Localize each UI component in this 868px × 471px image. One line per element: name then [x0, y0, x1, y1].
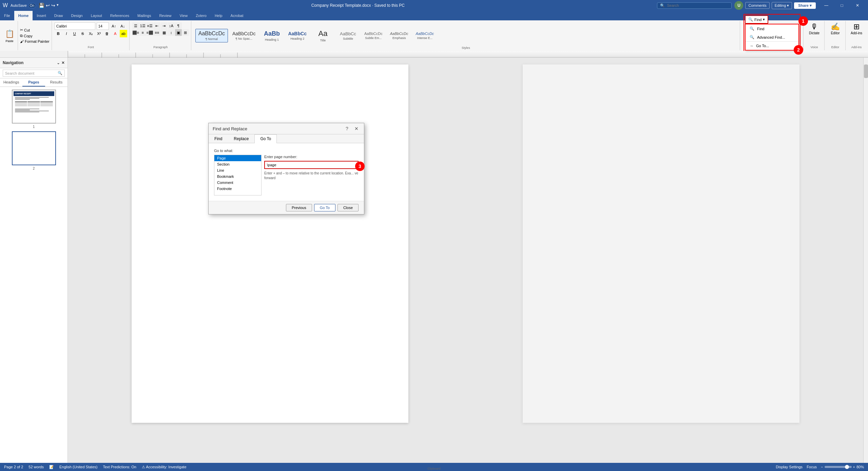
goto-item-comment[interactable]: Comment — [214, 180, 261, 186]
tab-layout[interactable]: Layout — [87, 11, 106, 20]
style-subtle-em[interactable]: AaBbCcDc Subtle Em... — [361, 30, 386, 41]
shading-btn[interactable]: ▣ — [175, 29, 182, 36]
share-button[interactable]: Share ▾ — [794, 2, 816, 9]
focus-btn[interactable]: Focus — [807, 465, 817, 469]
superscript-btn[interactable]: X² — [95, 30, 103, 37]
highlight-btn[interactable]: ab — [120, 30, 127, 37]
dialog-tab-goto[interactable]: Go To — [254, 134, 277, 143]
display-settings-btn[interactable]: Display Settings — [776, 465, 803, 469]
addins-btn[interactable]: ⊞ Add-ins — [851, 22, 862, 35]
zoom-out-btn[interactable]: − — [821, 465, 823, 469]
nav-tab-results[interactable]: Results — [45, 78, 67, 87]
close-btn[interactable]: ✕ — [850, 0, 865, 11]
align-left-btn[interactable]: ⬛≡ — [132, 29, 139, 36]
page-thumb-1[interactable]: COMPANY RECEIPT — [3, 90, 65, 129]
style-intense-em[interactable]: AaBbCcDc Intense E... — [413, 30, 437, 41]
minimize-btn[interactable]: — — [818, 0, 834, 11]
goto-item-bookmark[interactable]: Bookmark — [214, 173, 261, 180]
goto-btn[interactable]: Go To — [314, 204, 335, 211]
font-name-selector[interactable] — [55, 22, 95, 30]
align-center-btn[interactable]: ≡ — [139, 29, 146, 36]
goto-item-footnote[interactable]: Footnote — [214, 186, 261, 192]
tab-mailings[interactable]: Mailings — [133, 11, 155, 20]
scroll-thumb[interactable] — [864, 64, 868, 78]
search-input-titlebar[interactable] — [667, 3, 721, 7]
line-spacing-btn[interactable]: ↕ — [168, 29, 175, 36]
italic-btn[interactable]: I — [63, 30, 70, 37]
copy-btn[interactable]: ⧉ Copy — [19, 33, 50, 38]
maximize-btn[interactable]: □ — [834, 0, 850, 11]
find-menu-advanced[interactable]: 🔍 Advanced Find... — [746, 33, 798, 41]
dictate-btn[interactable]: 🎙 Dictate — [809, 22, 819, 35]
cut-btn[interactable]: ✂ Cut — [19, 27, 50, 33]
find-menu-goto[interactable]: → Go To... — [746, 41, 798, 50]
paste-icon[interactable]: 📋 — [4, 29, 15, 39]
undo-btn[interactable]: ↩ — [46, 3, 50, 8]
borders-btn[interactable]: ⊞ — [182, 29, 189, 36]
goto-item-line[interactable]: Line — [214, 167, 261, 173]
vertical-scrollbar[interactable] — [863, 58, 868, 463]
align-right-btn[interactable]: ≡⬛ — [147, 29, 153, 36]
style-no-space[interactable]: AaBbCcDc ¶ No Spac... — [229, 29, 258, 42]
font-color-btn[interactable]: A — [112, 30, 119, 37]
justify-btn[interactable]: ≡≡ — [154, 29, 160, 36]
numbering-btn[interactable]: 1☰ — [139, 22, 146, 29]
tab-review[interactable]: Review — [155, 11, 175, 20]
tab-home[interactable]: Home — [14, 11, 33, 20]
nav-collapse-btn[interactable]: ⌄ — [57, 60, 60, 65]
page-number-input[interactable] — [264, 161, 359, 169]
bold-btn[interactable]: B — [55, 30, 62, 37]
tab-references[interactable]: References — [106, 11, 133, 20]
style-subtitle[interactable]: AaBbCc Subtitle — [336, 30, 360, 42]
tab-design[interactable]: Design — [67, 11, 86, 20]
increase-indent-btn[interactable]: ⇥ — [161, 22, 168, 29]
underline-btn[interactable]: U — [71, 30, 78, 37]
customize-btn[interactable]: ▾ — [57, 3, 59, 8]
font-shrink-btn[interactable]: A↓ — [119, 22, 127, 30]
columns-btn[interactable]: ▦ — [161, 29, 168, 36]
dialog-tab-find[interactable]: Find — [209, 134, 228, 143]
goto-item-section[interactable]: Section — [214, 161, 261, 167]
clear-format-btn[interactable]: 🗑 — [103, 30, 111, 37]
nav-close-btn[interactable]: ✕ — [61, 60, 65, 65]
style-normal[interactable]: AaBbCcDc ¶ Normal — [195, 29, 228, 42]
autosave-toggle[interactable]: On — [28, 3, 36, 8]
subscript-btn[interactable]: X₂ — [87, 30, 95, 37]
page-thumb-2[interactable]: 2 — [3, 131, 65, 170]
tab-view[interactable]: View — [175, 11, 192, 20]
style-emphasis[interactable]: AaBbCcDc Emphasis — [387, 30, 411, 41]
zoom-slider[interactable] — [825, 466, 852, 468]
nav-tab-pages[interactable]: Pages — [22, 78, 45, 87]
strikethrough-btn[interactable]: S — [79, 30, 86, 37]
editing-button[interactable]: Editing ▾ — [772, 2, 792, 9]
zoom-in-btn[interactable]: + — [853, 465, 855, 469]
format-painter-btn[interactable]: 🖌 Format Painter — [19, 39, 50, 44]
bullets-btn[interactable]: ☰ — [132, 22, 139, 29]
tab-acrobat[interactable]: Acrobat — [227, 11, 248, 20]
paste-area[interactable]: 📋 Paste — [1, 21, 18, 50]
redo-btn[interactable]: ↪ — [51, 3, 55, 8]
goto-item-page[interactable]: Page — [214, 155, 261, 161]
dialog-tab-replace[interactable]: Replace — [228, 134, 254, 143]
tab-zotero[interactable]: Zotero — [192, 11, 211, 20]
save-icon[interactable]: 💾 — [39, 3, 44, 8]
style-heading1[interactable]: AaBb Heading 1 — [260, 29, 284, 43]
go-to-list[interactable]: Page Section Line Bookmark Comment Footn… — [214, 155, 262, 195]
tab-insert[interactable]: Insert — [33, 11, 50, 20]
editor-btn[interactable]: ✍ Editor — [831, 22, 840, 35]
previous-btn[interactable]: Previous — [286, 204, 312, 211]
nav-tab-headings[interactable]: Headings — [0, 78, 22, 87]
para-marks-btn[interactable]: ¶ — [175, 22, 182, 29]
font-grow-btn[interactable]: A↑ — [110, 22, 118, 30]
sort-btn[interactable]: ↕A — [168, 22, 175, 29]
dialog-close-icon-btn[interactable]: ✕ — [353, 125, 360, 132]
dialog-help-btn[interactable]: ? — [344, 125, 350, 132]
close-dialog-btn[interactable]: Close — [337, 204, 359, 211]
nav-search-container[interactable]: Search document 🔍 — [3, 70, 65, 77]
style-heading2[interactable]: AaBbCc Heading 2 — [285, 29, 309, 42]
outline-btn[interactable]: ≡☰ — [147, 22, 153, 29]
comments-button[interactable]: Comments — [745, 2, 769, 9]
tab-file[interactable]: File — [0, 11, 14, 20]
search-bar[interactable]: 🔍 — [657, 2, 732, 9]
tab-help[interactable]: Help — [211, 11, 227, 20]
